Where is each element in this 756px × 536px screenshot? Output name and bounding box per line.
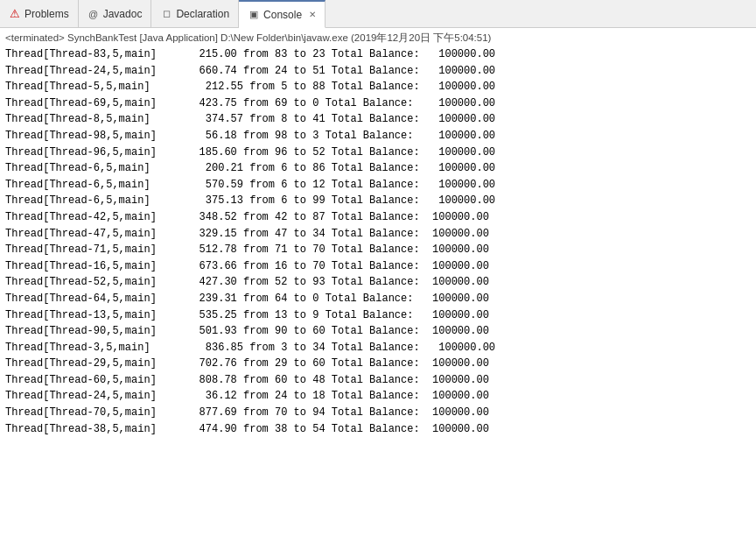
table-row: Thread[Thread-96,5,main] 185.60 from 96 …: [5, 145, 751, 161]
thread-label: Thread[Thread-24,5,main]: [5, 388, 180, 405]
thread-label: Thread[Thread-13,5,main]: [5, 307, 180, 324]
table-row: Thread[Thread-6,5,main] 200.21 from 6 to…: [5, 160, 751, 177]
log-data: 877.69 from 70 to 94 Total Balance: 1000…: [180, 405, 489, 421]
problems-icon: ⚠: [9, 8, 21, 20]
table-row: Thread[Thread-6,5,main] 570.59 from 6 to…: [5, 177, 751, 194]
log-data: 427.30 from 52 to 93 Total Balance: 1000…: [180, 274, 489, 291]
javadoc-icon: @: [88, 8, 100, 20]
table-row: Thread[Thread-64,5,main] 239.31 from 64 …: [5, 291, 751, 307]
terminated-line: <terminated> SynchBankTest [Java Applica…: [5, 32, 751, 45]
table-row: Thread[Thread-5,5,main] 212.55 from 5 to…: [5, 79, 751, 95]
table-row: Thread[Thread-24,5,main] 660.74 from 24 …: [5, 63, 751, 80]
table-row: Thread[Thread-98,5,main] 56.18 from 98 t…: [5, 128, 751, 145]
tab-problems-label: Problems: [24, 8, 69, 20]
thread-label: Thread[Thread-90,5,main]: [5, 323, 180, 340]
log-data: 702.76 from 29 to 60 Total Balance: 1000…: [180, 356, 489, 372]
thread-label: Thread[Thread-5,5,main]: [5, 79, 180, 95]
table-row: Thread[Thread-83,5,main] 215.00 from 83 …: [5, 46, 751, 63]
tab-declaration-label: Declaration: [176, 8, 229, 20]
thread-label: Thread[Thread-42,5,main]: [5, 209, 180, 226]
thread-label: Thread[Thread-69,5,main]: [5, 95, 180, 112]
log-data: 501.93 from 90 to 60 Total Balance: 1000…: [180, 323, 489, 340]
table-row: Thread[Thread-16,5,main] 673.66 from 16 …: [5, 258, 751, 275]
log-data: 673.66 from 16 to 70 Total Balance: 1000…: [180, 258, 489, 275]
thread-label: Thread[Thread-24,5,main]: [5, 63, 180, 80]
thread-label: Thread[Thread-71,5,main]: [5, 242, 180, 258]
log-data: 570.59 from 6 to 12 Total Balance: 10000…: [180, 177, 495, 194]
table-row: Thread[Thread-47,5,main] 329.15 from 47 …: [5, 226, 751, 243]
console-icon: ▣: [248, 9, 260, 21]
tab-bar: ⚠ Problems @ Javadoc ◻ Declaration ▣ Con…: [0, 0, 756, 28]
table-row: Thread[Thread-71,5,main] 512.78 from 71 …: [5, 242, 751, 258]
thread-label: Thread[Thread-6,5,main]: [5, 193, 180, 209]
log-data: 215.00 from 83 to 23 Total Balance: 1000…: [180, 46, 495, 63]
log-data: 423.75 from 69 to 0 Total Balance: 10000…: [180, 95, 495, 112]
thread-label: Thread[Thread-60,5,main]: [5, 372, 180, 389]
table-row: Thread[Thread-8,5,main] 374.57 from 8 to…: [5, 111, 751, 128]
table-row: Thread[Thread-90,5,main] 501.93 from 90 …: [5, 323, 751, 340]
close-icon[interactable]: ✕: [309, 10, 316, 19]
table-row: Thread[Thread-60,5,main] 808.78 from 60 …: [5, 372, 751, 389]
table-row: Thread[Thread-13,5,main] 535.25 from 13 …: [5, 307, 751, 324]
table-row: Thread[Thread-69,5,main] 423.75 from 69 …: [5, 95, 751, 112]
table-row: Thread[Thread-38,5,main] 474.90 from 38 …: [5, 421, 751, 438]
thread-label: Thread[Thread-70,5,main]: [5, 405, 180, 421]
log-data: 239.31 from 64 to 0 Total Balance: 10000…: [180, 291, 489, 307]
table-row: Thread[Thread-42,5,main] 348.52 from 42 …: [5, 209, 751, 226]
log-data: 56.18 from 98 to 3 Total Balance: 100000…: [180, 128, 495, 145]
thread-label: Thread[Thread-8,5,main]: [5, 111, 180, 128]
log-data: 212.55 from 5 to 88 Total Balance: 10000…: [180, 79, 495, 95]
log-data: 374.57 from 8 to 41 Total Balance: 10000…: [180, 111, 495, 128]
log-data: 329.15 from 47 to 34 Total Balance: 1000…: [180, 226, 489, 243]
thread-label: Thread[Thread-29,5,main]: [5, 356, 180, 372]
log-data: 474.90 from 38 to 54 Total Balance: 1000…: [180, 421, 489, 438]
log-data: 375.13 from 6 to 99 Total Balance: 10000…: [180, 193, 495, 209]
tab-console-label: Console: [263, 9, 302, 21]
log-data: 660.74 from 24 to 51 Total Balance: 1000…: [180, 63, 495, 80]
table-row: Thread[Thread-29,5,main] 702.76 from 29 …: [5, 356, 751, 372]
thread-label: Thread[Thread-47,5,main]: [5, 226, 180, 243]
log-data: 348.52 from 42 to 87 Total Balance: 1000…: [180, 209, 489, 226]
thread-label: Thread[Thread-96,5,main]: [5, 145, 180, 161]
tab-console[interactable]: ▣ Console ✕: [239, 0, 326, 28]
table-row: Thread[Thread-3,5,main] 836.85 from 3 to…: [5, 340, 751, 356]
declaration-icon: ◻: [160, 8, 172, 20]
thread-label: Thread[Thread-6,5,main]: [5, 160, 180, 177]
table-row: Thread[Thread-6,5,main] 375.13 from 6 to…: [5, 193, 751, 209]
tab-declaration[interactable]: ◻ Declaration: [151, 0, 239, 27]
thread-label: Thread[Thread-83,5,main]: [5, 46, 180, 63]
table-row: Thread[Thread-24,5,main] 36.12 from 24 t…: [5, 388, 751, 405]
thread-label: Thread[Thread-16,5,main]: [5, 258, 180, 275]
console-area: <terminated> SynchBankTest [Java Applica…: [0, 28, 756, 536]
log-data: 535.25 from 13 to 9 Total Balance: 10000…: [180, 307, 489, 324]
tab-javadoc-label: Javadoc: [103, 8, 143, 20]
log-data: 185.60 from 96 to 52 Total Balance: 1000…: [180, 145, 495, 161]
table-row: Thread[Thread-70,5,main] 877.69 from 70 …: [5, 405, 751, 421]
table-row: Thread[Thread-52,5,main] 427.30 from 52 …: [5, 274, 751, 291]
tab-problems[interactable]: ⚠ Problems: [0, 0, 79, 27]
thread-label: Thread[Thread-64,5,main]: [5, 291, 180, 307]
log-data: 36.12 from 24 to 18 Total Balance: 10000…: [180, 388, 489, 405]
console-content: Thread[Thread-83,5,main] 215.00 from 83 …: [5, 46, 751, 437]
tab-javadoc[interactable]: @ Javadoc: [79, 0, 152, 27]
log-data: 200.21 from 6 to 86 Total Balance: 10000…: [180, 160, 495, 177]
thread-label: Thread[Thread-3,5,main]: [5, 340, 180, 356]
log-data: 836.85 from 3 to 34 Total Balance: 10000…: [180, 340, 495, 356]
log-data: 512.78 from 71 to 70 Total Balance: 1000…: [180, 242, 489, 258]
log-data: 808.78 from 60 to 48 Total Balance: 1000…: [180, 372, 489, 389]
thread-label: Thread[Thread-52,5,main]: [5, 274, 180, 291]
thread-label: Thread[Thread-6,5,main]: [5, 177, 180, 194]
thread-label: Thread[Thread-38,5,main]: [5, 421, 180, 438]
thread-label: Thread[Thread-98,5,main]: [5, 128, 180, 145]
